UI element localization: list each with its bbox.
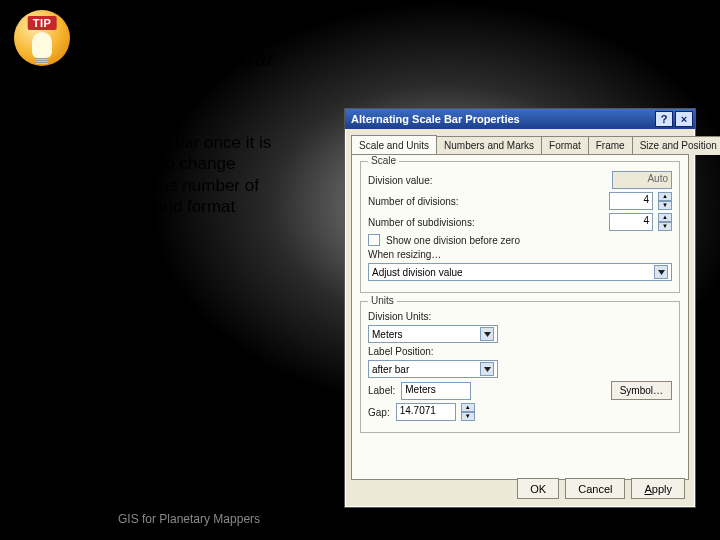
before-zero-label: Show one division before zero [386, 235, 520, 246]
label-label: Label: [368, 385, 395, 396]
dialog-titlebar[interactable]: Alternating Scale Bar Properties ? × [345, 109, 695, 129]
chevron-down-icon [480, 327, 494, 341]
tab-panel: Scale Division value: Auto Number of div… [351, 154, 689, 480]
slide: TIP Creating Maps Tweaking Scale Bar Dou… [0, 0, 720, 540]
page-subtitle: Tweaking Scale Bar [80, 46, 274, 72]
body-text: Double click scale bar once it is added … [34, 132, 314, 217]
tab-format[interactable]: Format [541, 136, 589, 155]
division-value-field[interactable]: Auto [612, 171, 672, 189]
ok-button[interactable]: OK [517, 478, 559, 499]
spinner-down-icon[interactable]: ▼ [658, 201, 672, 210]
dialog-button-row: OK Cancel Apply [517, 478, 685, 499]
tab-numbers-marks[interactable]: Numbers and Marks [436, 136, 542, 155]
tab-size-position[interactable]: Size and Position [632, 136, 720, 155]
apply-button[interactable]: Apply [631, 478, 685, 499]
label-position-value: after bar [372, 364, 409, 375]
label-position-label: Label Position: [368, 346, 434, 357]
label-position-select[interactable]: after bar [368, 360, 498, 378]
num-divisions-field[interactable]: 4 [609, 192, 653, 210]
footer-text: GIS for Planetary Mappers [118, 512, 260, 526]
division-units-select[interactable]: Meters [368, 325, 498, 343]
num-subdivisions-field[interactable]: 4 [609, 213, 653, 231]
dialog-title: Alternating Scale Bar Properties [351, 113, 520, 125]
spinner-down-icon[interactable]: ▼ [658, 222, 672, 231]
help-button[interactable]: ? [655, 111, 673, 127]
gap-spinner[interactable]: ▲▼ [461, 403, 475, 421]
group-units: Units Division Units: Meters Label Posit… [360, 301, 680, 433]
page-title: Creating Maps [80, 6, 288, 43]
num-divisions-label: Number of divisions: [368, 196, 459, 207]
tab-frame[interactable]: Frame [588, 136, 633, 155]
tab-strip: Scale and Units Numbers and Marks Format… [345, 129, 695, 154]
when-resizing-label: When resizing… [368, 249, 441, 260]
num-subdivisions-label: Number of subdivisions: [368, 217, 475, 228]
chevron-down-icon [654, 265, 668, 279]
symbol-button[interactable]: Symbol… [611, 381, 672, 400]
gap-field[interactable]: 14.7071 [396, 403, 456, 421]
spinner-up-icon[interactable]: ▲ [658, 213, 672, 222]
group-units-title: Units [368, 295, 397, 306]
chevron-down-icon [480, 362, 494, 376]
label-field[interactable]: Meters [401, 382, 471, 400]
division-units-label: Division Units: [368, 311, 431, 322]
close-button[interactable]: × [675, 111, 693, 127]
spinner-up-icon[interactable]: ▲ [658, 192, 672, 201]
tab-scale-units[interactable]: Scale and Units [351, 135, 437, 154]
gap-label: Gap: [368, 407, 390, 418]
division-units-value: Meters [372, 329, 403, 340]
division-value-label: Division value: [368, 175, 432, 186]
cancel-button[interactable]: Cancel [565, 478, 625, 499]
num-subdivisions-spinner[interactable]: ▲▼ [658, 213, 672, 231]
spinner-down-icon[interactable]: ▼ [461, 412, 475, 421]
properties-dialog: Alternating Scale Bar Properties ? × Sca… [344, 108, 696, 508]
apply-rest: pply [652, 483, 672, 495]
before-zero-checkbox[interactable] [368, 234, 380, 246]
tip-icon: TIP [14, 10, 70, 66]
lightbulb-icon [32, 32, 52, 58]
spinner-up-icon[interactable]: ▲ [461, 403, 475, 412]
apply-underline: A [644, 483, 651, 495]
group-scale: Scale Division value: Auto Number of div… [360, 161, 680, 293]
group-scale-title: Scale [368, 155, 399, 166]
when-resizing-value: Adjust division value [372, 267, 463, 278]
tip-badge: TIP [28, 16, 57, 30]
when-resizing-select[interactable]: Adjust division value [368, 263, 672, 281]
page-number: 17 [685, 505, 702, 522]
num-divisions-spinner[interactable]: ▲▼ [658, 192, 672, 210]
